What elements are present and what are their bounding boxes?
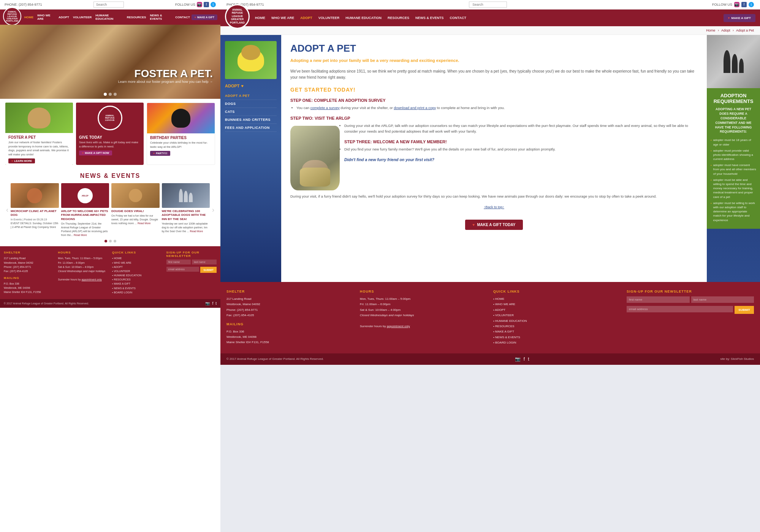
appointment-link-right[interactable]: appointment only (387, 325, 410, 328)
sidebar-item-cats[interactable]: CATS (225, 108, 277, 116)
nav-item-contact-left[interactable]: CONTACT (174, 15, 192, 20)
logo-right[interactable]: ANIMALREFUGELEAGUEGREATERPORTLAND (225, 4, 250, 29)
nav-item-contact-right[interactable]: CONTACT (448, 14, 469, 21)
footer-bottom-right: © 2017 Animal Refuge League of Greater P… (220, 353, 760, 365)
party-button[interactable]: ♥ PARTY!!! (150, 151, 170, 156)
nav-item-resources-right[interactable]: RESOURCES (385, 14, 412, 21)
req-item-5: • adopter must be willing to work with o… (711, 201, 756, 222)
sidebar-item-fees[interactable]: FEES AND APPLICATION (225, 124, 277, 132)
nav-item-volunteer-right[interactable]: VOLUNTEER (316, 14, 342, 21)
newsletter-last-name-input[interactable] (192, 260, 217, 264)
facebook-icon-footer-right[interactable]: f (524, 356, 525, 362)
give-card-title: GIVE TODAY (79, 135, 141, 139)
make-gift-now-button[interactable]: ♥ MAKE A GIFT NOW (79, 150, 112, 155)
heart-icon-right: ♥ (728, 16, 730, 20)
nav-item-adopt-left[interactable]: ADOPT (57, 15, 71, 20)
hero-dot-1[interactable] (104, 93, 107, 96)
download-print-link[interactable]: download and print a copy (394, 106, 436, 110)
newsletter-first-name-input[interactable] (166, 260, 191, 264)
right-newsletter-first-name[interactable] (627, 296, 690, 303)
sidebar-item-adopt-a-pet[interactable]: ADOPT A PET (225, 92, 277, 100)
give-card-image: ANIMALREFUGELEAGUE (76, 103, 144, 133)
right-newsletter-submit[interactable]: SUBMIT (735, 306, 754, 314)
newsletter-email-input[interactable] (166, 267, 200, 272)
news-item-1: MICROCHIP CLINIC AT PLANET DOG In Events… (11, 183, 59, 237)
learn-more-button[interactable]: ♥ LEARN MORE (8, 158, 35, 163)
twitter-icon-footer-left[interactable]: t (215, 301, 217, 306)
footer-right-mailing-address: P.O. Box 336Westbrook, ME 04098Maine She… (226, 329, 354, 345)
twitter-icon-footer-right[interactable]: t (528, 356, 529, 362)
news-dot-3[interactable] (114, 240, 116, 242)
party-card-image (147, 103, 215, 133)
sidebar-item-dogs[interactable]: DOGS (225, 100, 277, 108)
hero-title: FOSTER A PET. (118, 68, 213, 80)
instagram-icon-footer-right[interactable]: 📷 (515, 356, 521, 362)
give-card-body: GIVE TODAY Save lives with us. Make a gi… (76, 133, 144, 157)
logo-left[interactable]: ANIMALREFUGELEAGUEGREATERPORTLAND (3, 7, 21, 25)
right-topbar: PHONE: (207) 854-9771 FOLLOW US 📷 f t (220, 0, 760, 10)
family-image (707, 35, 760, 88)
facebook-icon-right[interactable]: f (741, 2, 747, 7)
gift-btn-right[interactable]: ♥ MAKE A GIFT (724, 14, 755, 22)
left-search-input[interactable] (93, 2, 124, 8)
footer-right-links-title: QUICK LINKS (493, 290, 621, 293)
twitter-icon-left[interactable]: t (211, 2, 216, 7)
nav-item-who-right[interactable]: WHO WE ARE (269, 14, 296, 21)
appointment-link[interactable]: appointment only (81, 278, 101, 281)
nav-item-home-left[interactable]: HOME (23, 15, 35, 20)
nav-item-who-left[interactable]: WHO WE ARE (36, 13, 56, 21)
breadcrumb-home[interactable]: Home (706, 28, 715, 32)
nav-item-humane-right[interactable]: HUMANE EDUCATION (343, 14, 384, 21)
nav-item-volunteer-left[interactable]: VOLUNTEER (71, 15, 93, 20)
gift-btn-left[interactable]: ♥ MAKE A GIFT (192, 14, 217, 20)
carousel-prev-arrow[interactable]: ‹ (4, 206, 11, 214)
instagram-icon-footer-left[interactable]: 📷 (205, 301, 210, 306)
nav-item-home-right[interactable]: HOME (253, 14, 268, 21)
right-newsletter-email[interactable] (627, 306, 733, 312)
footer-mailing-title: MAILING (4, 276, 54, 280)
back-to-top-link[interactable]: ↑Back to top↑ (290, 205, 698, 209)
make-gift-today-button[interactable]: ♥ MAKE A GIFT TODAY (465, 220, 523, 230)
sidebar-item-bunnies[interactable]: BUNNIES AND CRITTERS (225, 116, 277, 124)
news-dot-1[interactable] (104, 240, 107, 242)
foster-card-image (5, 103, 73, 133)
twitter-icon-right[interactable]: t (749, 2, 754, 7)
family-silhouette (724, 50, 744, 73)
footer-right: SHELTER 217 Landing RoadWestbrook, Maine… (220, 282, 760, 353)
news-dots (4, 240, 217, 242)
step-two-title: STEP TWO: VISIT THE ARLGP (290, 116, 698, 120)
news-item-3-title: DOUGIE GOES VIRAL! (111, 209, 160, 213)
instagram-icon-right[interactable]: 📷 (734, 2, 739, 7)
instagram-icon-left[interactable]: 📷 (197, 2, 202, 7)
foster-card-body: FOSTER A PET Join our network of foster … (5, 133, 73, 165)
left-topbar: PHONE: (207) 854-9771 FOLLOW US 📷 f t (0, 0, 220, 10)
footer-right-hours-col: HOURS Mon, Tues, Thurs: 11:00am – 5:00pm… (360, 290, 487, 346)
nav-item-humane-left[interactable]: HUMANE EDUCATION (94, 13, 124, 21)
nav-item-news-right[interactable]: NEWS & EVENTS (413, 14, 446, 21)
left-nav-items: HOME WHO WE ARE ADOPT VOLUNTEER HUMANE E… (23, 13, 192, 21)
facebook-icon-left[interactable]: f (204, 2, 209, 7)
req-item-3: • adopter must have consent from you and… (711, 163, 756, 176)
facebook-icon-footer-left[interactable]: f (212, 301, 213, 306)
news-title: NEWS & EVENTS (4, 173, 217, 179)
nav-item-news-left[interactable]: NEWS & EVENTS (148, 13, 173, 21)
news-item-3-text: On Friday we had a fun idea for our swee… (111, 214, 160, 225)
hero-dot-2[interactable] (109, 93, 112, 96)
complete-survey-link[interactable]: complete a survey (310, 106, 340, 110)
get-started-heading: GET STARTED TODAY! (290, 87, 698, 93)
left-follow: FOLLOW US 📷 f t (175, 2, 216, 7)
breadcrumb-adopt[interactable]: Adopt (721, 28, 730, 32)
person-silhouette-1 (724, 50, 730, 73)
newsletter-submit-button[interactable]: SUBMIT (200, 267, 217, 273)
nav-item-resources-left[interactable]: RESOURCES (125, 15, 148, 20)
hero-dot-3[interactable] (114, 93, 117, 96)
right-search-input[interactable] (469, 2, 507, 8)
nav-item-adopt-right[interactable]: ADOPT (298, 14, 315, 21)
right-newsletter-last-name[interactable] (691, 296, 754, 303)
carousel-next-arrow[interactable]: › (210, 206, 217, 214)
sidebar-section-label: ADOPT ♥ (225, 84, 277, 88)
news-item-1-text: EVENT DETAILS: Sunday, October 15th | 2-… (11, 222, 59, 229)
footer-right-newsletter-title: SIGN-UP FOR OUR NEWSLETTER (627, 290, 754, 293)
birthday-card-title: BIRTHDAY PARTIES (150, 136, 212, 140)
news-dot-2[interactable] (109, 240, 112, 242)
